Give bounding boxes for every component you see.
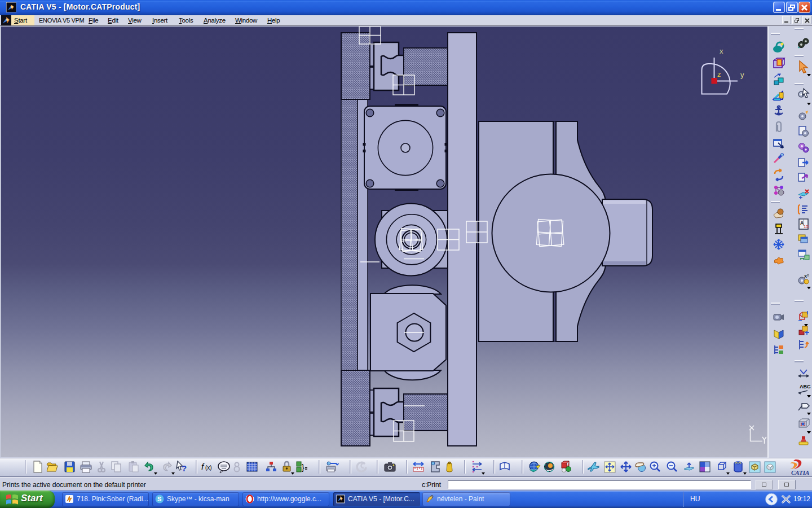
- svg-text:y: y: [740, 71, 744, 79]
- svg-text:15: 15: [804, 224, 809, 229]
- svg-text:f: f: [201, 462, 205, 471]
- svg-text:?: ?: [182, 463, 187, 473]
- svg-text:(x): (x): [205, 465, 212, 471]
- svg-text:}: }: [302, 463, 304, 472]
- svg-text:n: n: [807, 273, 809, 277]
- svg-text:CATIA: CATIA: [791, 469, 809, 476]
- svg-text:x: x: [720, 47, 723, 55]
- svg-text:S: S: [157, 496, 161, 502]
- svg-text:ABC: ABC: [800, 384, 811, 389]
- svg-text:z: z: [717, 70, 721, 78]
